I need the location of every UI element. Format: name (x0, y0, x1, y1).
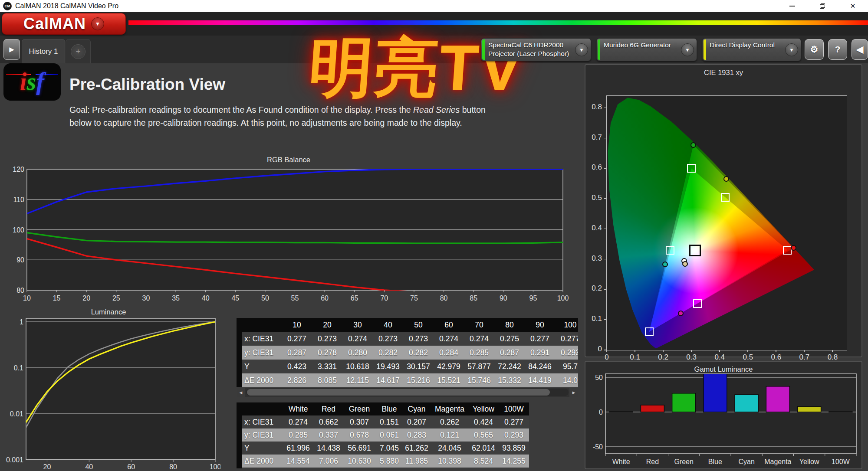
display-control-dropdown[interactable]: Direct Display Control ▼ (702, 38, 801, 61)
add-tab-button[interactable]: + (66, 39, 91, 63)
luminance-chart: 10.10.010.00120406080100 (3, 315, 220, 469)
table-cell: Blue (376, 402, 402, 415)
cie-x-tick-label: 0.7 (798, 353, 811, 362)
help-icon: ? (835, 44, 841, 55)
svg-text:1: 1 (20, 318, 23, 326)
table-cell: White (282, 402, 315, 415)
scrollbar-track[interactable] (246, 389, 569, 396)
display-status-indicator (704, 39, 706, 60)
gear-icon: ⚙ (810, 44, 819, 55)
tab-history-1[interactable]: History 1 (22, 39, 65, 63)
table-cell: 72.242 (494, 360, 525, 373)
table-cell: 0.274 (434, 332, 464, 346)
isf-logo-letters: isf (3, 64, 61, 99)
table-cell: 93.859 (499, 442, 529, 455)
gamut-luminance-panel: Gamut Luminance -50050WhiteRedGreenBlueC… (585, 361, 862, 469)
scroll-right-arrow[interactable]: ► (569, 388, 578, 397)
table-cell: 0.061 (376, 428, 402, 442)
gamut-readings-table: WhiteRedGreenBlueCyanMagentaYellow100Wx:… (237, 402, 530, 469)
meter-dropdown-label: SpectraCal C6 HDR2000Projector (Laser Ph… (488, 41, 572, 58)
cie-y-tick (604, 229, 606, 229)
table-cell: 90 (525, 318, 555, 332)
svg-text:45: 45 (231, 294, 239, 302)
table-row: y: CIE310.2870.2780.2800.2820.2820.2840.… (237, 346, 578, 360)
table-cell: 0.273 (373, 332, 403, 346)
svg-text:110: 110 (13, 196, 24, 203)
table-horizontal-scrollbar[interactable]: ◄ ► (237, 388, 578, 397)
table-cell: 84.246 (525, 360, 555, 373)
cie-1931-panel: CIE 1931 xy 00.10.20.30.40.50.60.70.800.… (585, 64, 862, 357)
table-cell: 0.274 (342, 332, 373, 346)
cie-x-tick-label: 0.3 (685, 353, 698, 362)
svg-text:10: 10 (23, 294, 31, 302)
tab-label: History 1 (29, 47, 58, 56)
svg-text:80: 80 (16, 287, 24, 294)
table-cell: 2.826 (282, 373, 312, 387)
table-cell: 10.618 (342, 360, 373, 373)
cie-chromaticity-plot (606, 95, 847, 350)
table-cell: 62.014 (468, 442, 499, 455)
chevron-down-icon[interactable]: ▼ (681, 43, 694, 56)
cie-x-tick (747, 350, 748, 352)
cie-x-tick (606, 350, 607, 352)
table-cell: 0.262 (431, 415, 468, 428)
table-cell: 19.493 (373, 360, 403, 373)
table-cell: 70 (464, 318, 494, 332)
cie-y-tick-label: 0.2 (592, 284, 602, 293)
scrollbar-thumb[interactable] (247, 389, 550, 396)
svg-text:40: 40 (85, 463, 93, 469)
svg-text:100W: 100W (832, 458, 850, 465)
meter-dropdown[interactable]: SpectraCal C6 HDR2000Projector (Laser Ph… (481, 38, 591, 61)
help-button[interactable]: ? (828, 39, 847, 60)
table-cell: 0.287 (494, 346, 525, 360)
svg-text:Red: Red (646, 458, 659, 465)
collapse-panel-button[interactable]: ◀ (852, 39, 868, 60)
table-cell: 24.045 (431, 442, 468, 455)
settings-button[interactable]: ⚙ (805, 39, 824, 60)
expand-panel-button[interactable]: ▶ (3, 39, 20, 60)
table-cell: 61.262 (402, 442, 431, 455)
table-cell: 0.307 (342, 415, 376, 428)
table-cell: 0.293 (555, 346, 578, 360)
table-cell: 0.662 (315, 415, 342, 428)
table-cell: 10.398 (431, 455, 468, 468)
table-cell: ΔE 2000 (237, 373, 282, 387)
table-cell: 50 (403, 318, 434, 332)
table-row: Y0.4233.33110.61819.49330.15742.97957.87… (237, 360, 578, 373)
svg-text:20: 20 (82, 294, 90, 302)
generator-dropdown-label: Murideo 6G Generator (604, 41, 677, 49)
cie-x-tick-label: 0.5 (741, 353, 754, 362)
table-cell: Red (315, 402, 342, 415)
generator-dropdown[interactable]: Murideo 6G Generator ▼ (596, 38, 697, 61)
table-cell: 0.423 (282, 360, 312, 373)
table-cell: 0.565 (468, 428, 499, 442)
table-cell: x: CIE31 (237, 332, 282, 346)
collapse-arrow-icon: ◀ (856, 44, 863, 55)
table-cell: 56.691 (342, 442, 376, 455)
table-cell: 8.524 (468, 455, 499, 468)
svg-text:120: 120 (13, 166, 24, 173)
chevron-down-icon[interactable]: ▼ (575, 43, 588, 56)
table-cell: 5.880 (376, 455, 402, 468)
table-cell: 0.287 (282, 346, 312, 360)
magenta-target-marker (693, 299, 702, 308)
table-cell: 57.877 (464, 360, 494, 373)
cie-y-tick (604, 108, 606, 108)
cie-chart-title: CIE 1931 xy (585, 69, 861, 77)
table-cell: 0.121 (431, 428, 468, 442)
svg-text:-50: -50 (593, 443, 603, 451)
table-cell: 0.285 (282, 428, 315, 442)
table-cell: 14.255 (499, 455, 529, 468)
table-cell: 0.283 (402, 428, 431, 442)
table-cell: 15.332 (494, 373, 525, 387)
scroll-left-arrow[interactable]: ◄ (237, 388, 245, 397)
cie-x-tick (635, 350, 635, 352)
table-cell: 0.277 (555, 332, 578, 346)
svg-text:100: 100 (210, 463, 220, 469)
table-cell: 0.285 (464, 346, 494, 360)
chevron-down-icon[interactable]: ▼ (785, 43, 798, 56)
svg-text:Green: Green (674, 458, 693, 465)
table-cell: 0.273 (312, 332, 342, 346)
table-cell: 0.273 (403, 332, 434, 346)
cie-y-tick-label: 0.6 (592, 163, 602, 172)
